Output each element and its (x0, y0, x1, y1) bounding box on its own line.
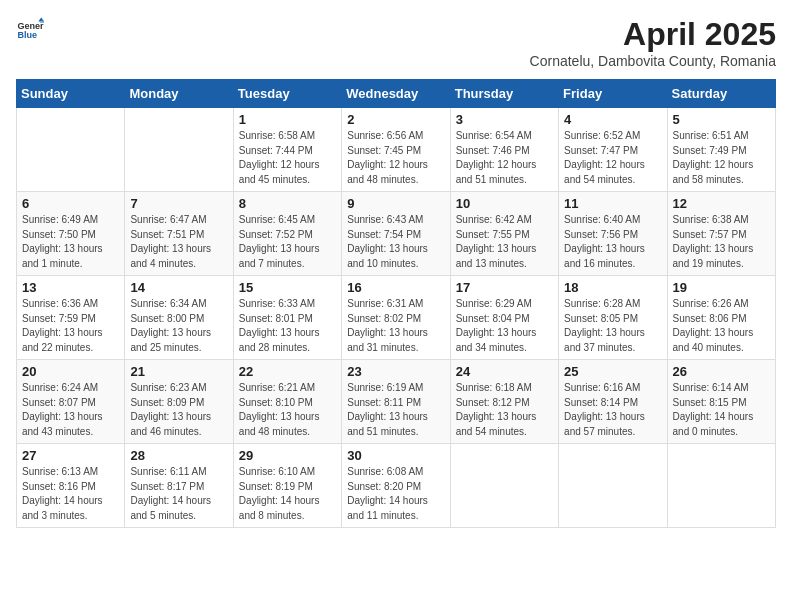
day-number: 8 (239, 196, 336, 211)
day-detail: Sunrise: 6:11 AM Sunset: 8:17 PM Dayligh… (130, 465, 227, 523)
calendar-cell: 29Sunrise: 6:10 AM Sunset: 8:19 PM Dayli… (233, 444, 341, 528)
calendar-cell: 26Sunrise: 6:14 AM Sunset: 8:15 PM Dayli… (667, 360, 775, 444)
day-number: 23 (347, 364, 444, 379)
weekday-header-wednesday: Wednesday (342, 80, 450, 108)
calendar-cell: 9Sunrise: 6:43 AM Sunset: 7:54 PM Daylig… (342, 192, 450, 276)
day-number: 1 (239, 112, 336, 127)
calendar-cell (450, 444, 558, 528)
calendar-week-row: 20Sunrise: 6:24 AM Sunset: 8:07 PM Dayli… (17, 360, 776, 444)
day-detail: Sunrise: 6:26 AM Sunset: 8:06 PM Dayligh… (673, 297, 770, 355)
calendar-cell: 11Sunrise: 6:40 AM Sunset: 7:56 PM Dayli… (559, 192, 667, 276)
day-detail: Sunrise: 6:19 AM Sunset: 8:11 PM Dayligh… (347, 381, 444, 439)
calendar-cell: 3Sunrise: 6:54 AM Sunset: 7:46 PM Daylig… (450, 108, 558, 192)
calendar-cell: 23Sunrise: 6:19 AM Sunset: 8:11 PM Dayli… (342, 360, 450, 444)
day-number: 13 (22, 280, 119, 295)
day-number: 21 (130, 364, 227, 379)
day-detail: Sunrise: 6:29 AM Sunset: 8:04 PM Dayligh… (456, 297, 553, 355)
day-number: 24 (456, 364, 553, 379)
day-number: 9 (347, 196, 444, 211)
day-detail: Sunrise: 6:47 AM Sunset: 7:51 PM Dayligh… (130, 213, 227, 271)
day-number: 16 (347, 280, 444, 295)
day-number: 6 (22, 196, 119, 211)
calendar-cell: 22Sunrise: 6:21 AM Sunset: 8:10 PM Dayli… (233, 360, 341, 444)
day-detail: Sunrise: 6:51 AM Sunset: 7:49 PM Dayligh… (673, 129, 770, 187)
day-number: 4 (564, 112, 661, 127)
day-detail: Sunrise: 6:10 AM Sunset: 8:19 PM Dayligh… (239, 465, 336, 523)
day-detail: Sunrise: 6:43 AM Sunset: 7:54 PM Dayligh… (347, 213, 444, 271)
calendar-cell: 14Sunrise: 6:34 AM Sunset: 8:00 PM Dayli… (125, 276, 233, 360)
day-number: 27 (22, 448, 119, 463)
weekday-header-sunday: Sunday (17, 80, 125, 108)
day-detail: Sunrise: 6:52 AM Sunset: 7:47 PM Dayligh… (564, 129, 661, 187)
day-number: 14 (130, 280, 227, 295)
weekday-header-thursday: Thursday (450, 80, 558, 108)
calendar-cell: 20Sunrise: 6:24 AM Sunset: 8:07 PM Dayli… (17, 360, 125, 444)
calendar-cell: 16Sunrise: 6:31 AM Sunset: 8:02 PM Dayli… (342, 276, 450, 360)
day-detail: Sunrise: 6:34 AM Sunset: 8:00 PM Dayligh… (130, 297, 227, 355)
calendar-cell: 27Sunrise: 6:13 AM Sunset: 8:16 PM Dayli… (17, 444, 125, 528)
day-number: 20 (22, 364, 119, 379)
weekday-header-monday: Monday (125, 80, 233, 108)
day-number: 2 (347, 112, 444, 127)
day-number: 28 (130, 448, 227, 463)
calendar-cell: 24Sunrise: 6:18 AM Sunset: 8:12 PM Dayli… (450, 360, 558, 444)
calendar-week-row: 27Sunrise: 6:13 AM Sunset: 8:16 PM Dayli… (17, 444, 776, 528)
day-number: 29 (239, 448, 336, 463)
day-number: 12 (673, 196, 770, 211)
logo-icon: General Blue (16, 16, 44, 44)
calendar-cell: 5Sunrise: 6:51 AM Sunset: 7:49 PM Daylig… (667, 108, 775, 192)
calendar-cell: 13Sunrise: 6:36 AM Sunset: 7:59 PM Dayli… (17, 276, 125, 360)
day-detail: Sunrise: 6:31 AM Sunset: 8:02 PM Dayligh… (347, 297, 444, 355)
day-number: 18 (564, 280, 661, 295)
day-detail: Sunrise: 6:24 AM Sunset: 8:07 PM Dayligh… (22, 381, 119, 439)
day-detail: Sunrise: 6:40 AM Sunset: 7:56 PM Dayligh… (564, 213, 661, 271)
calendar-cell: 21Sunrise: 6:23 AM Sunset: 8:09 PM Dayli… (125, 360, 233, 444)
calendar-cell: 8Sunrise: 6:45 AM Sunset: 7:52 PM Daylig… (233, 192, 341, 276)
svg-text:Blue: Blue (17, 30, 37, 40)
calendar-cell: 19Sunrise: 6:26 AM Sunset: 8:06 PM Dayli… (667, 276, 775, 360)
calendar-cell: 30Sunrise: 6:08 AM Sunset: 8:20 PM Dayli… (342, 444, 450, 528)
calendar-table: SundayMondayTuesdayWednesdayThursdayFrid… (16, 79, 776, 528)
calendar-week-row: 13Sunrise: 6:36 AM Sunset: 7:59 PM Dayli… (17, 276, 776, 360)
day-number: 26 (673, 364, 770, 379)
day-detail: Sunrise: 6:14 AM Sunset: 8:15 PM Dayligh… (673, 381, 770, 439)
day-number: 7 (130, 196, 227, 211)
calendar-cell: 18Sunrise: 6:28 AM Sunset: 8:05 PM Dayli… (559, 276, 667, 360)
day-number: 25 (564, 364, 661, 379)
calendar-cell (125, 108, 233, 192)
day-number: 10 (456, 196, 553, 211)
day-detail: Sunrise: 6:54 AM Sunset: 7:46 PM Dayligh… (456, 129, 553, 187)
day-detail: Sunrise: 6:08 AM Sunset: 8:20 PM Dayligh… (347, 465, 444, 523)
weekday-header-row: SundayMondayTuesdayWednesdayThursdayFrid… (17, 80, 776, 108)
calendar-cell: 2Sunrise: 6:56 AM Sunset: 7:45 PM Daylig… (342, 108, 450, 192)
day-detail: Sunrise: 6:49 AM Sunset: 7:50 PM Dayligh… (22, 213, 119, 271)
calendar-cell: 28Sunrise: 6:11 AM Sunset: 8:17 PM Dayli… (125, 444, 233, 528)
calendar-cell: 6Sunrise: 6:49 AM Sunset: 7:50 PM Daylig… (17, 192, 125, 276)
weekday-header-tuesday: Tuesday (233, 80, 341, 108)
calendar-cell: 4Sunrise: 6:52 AM Sunset: 7:47 PM Daylig… (559, 108, 667, 192)
day-detail: Sunrise: 6:21 AM Sunset: 8:10 PM Dayligh… (239, 381, 336, 439)
calendar-cell: 7Sunrise: 6:47 AM Sunset: 7:51 PM Daylig… (125, 192, 233, 276)
calendar-cell: 1Sunrise: 6:58 AM Sunset: 7:44 PM Daylig… (233, 108, 341, 192)
logo: General Blue (16, 16, 44, 44)
day-detail: Sunrise: 6:45 AM Sunset: 7:52 PM Dayligh… (239, 213, 336, 271)
calendar-week-row: 1Sunrise: 6:58 AM Sunset: 7:44 PM Daylig… (17, 108, 776, 192)
day-number: 30 (347, 448, 444, 463)
day-number: 22 (239, 364, 336, 379)
day-number: 17 (456, 280, 553, 295)
calendar-cell (17, 108, 125, 192)
location-subtitle: Cornatelu, Dambovita County, Romania (530, 53, 776, 69)
day-number: 5 (673, 112, 770, 127)
day-number: 11 (564, 196, 661, 211)
header: General Blue April 2025 Cornatelu, Dambo… (16, 16, 776, 69)
title-area: April 2025 Cornatelu, Dambovita County, … (530, 16, 776, 69)
weekday-header-saturday: Saturday (667, 80, 775, 108)
month-year-title: April 2025 (530, 16, 776, 53)
weekday-header-friday: Friday (559, 80, 667, 108)
day-detail: Sunrise: 6:36 AM Sunset: 7:59 PM Dayligh… (22, 297, 119, 355)
calendar-cell: 17Sunrise: 6:29 AM Sunset: 8:04 PM Dayli… (450, 276, 558, 360)
day-detail: Sunrise: 6:13 AM Sunset: 8:16 PM Dayligh… (22, 465, 119, 523)
day-detail: Sunrise: 6:58 AM Sunset: 7:44 PM Dayligh… (239, 129, 336, 187)
calendar-week-row: 6Sunrise: 6:49 AM Sunset: 7:50 PM Daylig… (17, 192, 776, 276)
day-detail: Sunrise: 6:28 AM Sunset: 8:05 PM Dayligh… (564, 297, 661, 355)
